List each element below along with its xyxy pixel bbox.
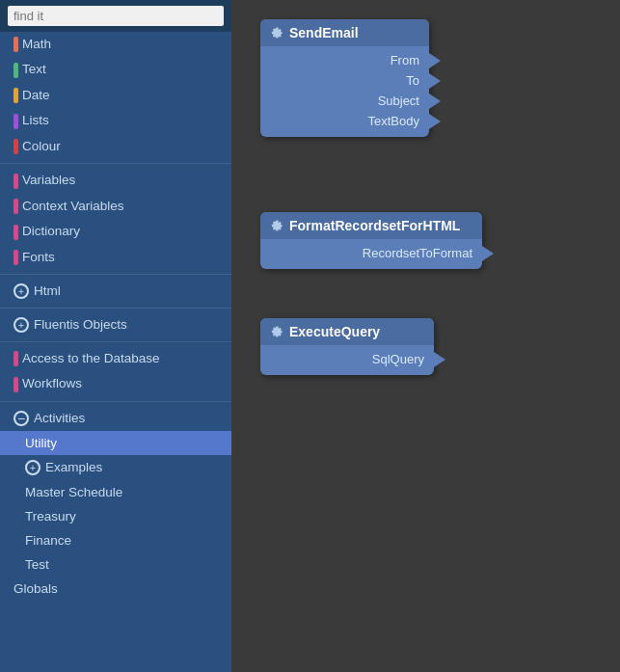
sidebar-item-treasury-label: Treasury xyxy=(25,509,76,524)
access-db-color-bar xyxy=(13,351,18,366)
node-send-email-header: SendEmail xyxy=(260,19,429,46)
sidebar-scroll: Math Text Date Lists Colour Variables Co… xyxy=(0,32,231,672)
sidebar-item-variables[interactable]: Variables xyxy=(0,168,231,193)
context-variables-color-bar xyxy=(13,199,18,214)
port-from-label: From xyxy=(391,53,419,67)
port-textbody-label: TextBody xyxy=(368,114,419,128)
text-color-bar xyxy=(13,63,18,78)
sidebar-item-test-label: Test xyxy=(25,557,49,572)
sidebar-item-activities-label: Activities xyxy=(34,411,85,425)
port-from: From xyxy=(260,50,429,70)
sidebar-item-lists[interactable]: Lists xyxy=(0,108,231,133)
colour-color-bar xyxy=(13,139,18,154)
node-send-email-title: SendEmail xyxy=(289,25,359,40)
node-send-email-body: From To Subject TextBody xyxy=(260,46,429,137)
port-to-label: To xyxy=(406,73,419,88)
sidebar-item-test[interactable]: Test xyxy=(0,552,231,577)
variables-color-bar xyxy=(13,174,18,189)
port-sql-query: SqlQuery xyxy=(260,349,434,369)
sidebar-item-date[interactable]: Date xyxy=(0,83,231,108)
sidebar-item-html[interactable]: + Html xyxy=(0,279,231,304)
node-execute-query-header: ExecuteQuery xyxy=(260,318,434,345)
plus-icon-html: + xyxy=(13,283,29,299)
node-execute-query-title: ExecuteQuery xyxy=(289,324,380,339)
gear-icon-execute-query xyxy=(268,324,283,339)
divider-1 xyxy=(0,163,231,164)
gear-icon-send-email xyxy=(268,25,283,40)
node-format-recordset-title: FormatRecordsetForHTML xyxy=(289,218,460,233)
sidebar-item-globals-label: Globals xyxy=(13,581,58,596)
sidebar-item-fluentis-label: Fluentis Objects xyxy=(34,317,127,332)
port-sql-query-label: SqlQuery xyxy=(372,352,424,366)
math-color-bar xyxy=(13,37,18,52)
port-from-arrow xyxy=(429,53,441,68)
port-to: To xyxy=(260,70,429,91)
divider-2 xyxy=(0,274,231,275)
plus-icon-fluentis: + xyxy=(13,317,29,333)
node-format-recordset: FormatRecordsetForHTML RecordsetToFormat xyxy=(260,212,482,269)
sidebar-item-master-schedule[interactable]: Master Schedule xyxy=(0,480,231,504)
divider-4 xyxy=(0,341,231,342)
sidebar-item-examples[interactable]: + Examples xyxy=(0,455,231,480)
port-recordset-to-format-arrow xyxy=(482,246,494,261)
sidebar-item-workflows[interactable]: Workflows xyxy=(0,371,231,396)
sidebar-item-fonts[interactable]: Fonts xyxy=(0,245,231,270)
port-subject-label: Subject xyxy=(378,94,419,108)
dictionary-color-bar xyxy=(13,225,18,240)
port-subject: Subject xyxy=(260,91,429,111)
sidebar-item-html-label: Html xyxy=(34,283,61,298)
sidebar-item-text[interactable]: Text xyxy=(0,57,231,82)
sidebar-item-fluentis-objects[interactable]: + Fluentis Objects xyxy=(0,312,231,337)
plus-icon-examples: + xyxy=(25,460,40,475)
port-textbody: TextBody xyxy=(260,111,429,131)
node-send-email: SendEmail From To Subject TextBody xyxy=(260,19,429,137)
divider-5 xyxy=(0,401,231,402)
canvas: SendEmail From To Subject TextBody xyxy=(231,0,620,672)
sidebar-item-access-db[interactable]: Access to the Database xyxy=(0,346,231,371)
port-recordset-to-format-label: RecordsetToFormat xyxy=(363,246,472,260)
search-bar xyxy=(0,0,231,32)
sidebar-item-context-variables[interactable]: Context Variables xyxy=(0,194,231,219)
port-sql-query-arrow xyxy=(434,352,445,367)
minus-icon-activities: − xyxy=(13,411,29,426)
divider-3 xyxy=(0,308,231,309)
port-textbody-arrow xyxy=(429,114,441,129)
sidebar-item-examples-label: Examples xyxy=(45,460,102,474)
lists-color-bar xyxy=(13,114,18,129)
sidebar-item-math[interactable]: Math xyxy=(0,32,231,57)
node-execute-query-body: SqlQuery xyxy=(260,345,434,375)
sidebar-item-finance[interactable]: Finance xyxy=(0,528,231,552)
sidebar-item-treasury[interactable]: Treasury xyxy=(0,504,231,528)
sidebar-item-master-schedule-label: Master Schedule xyxy=(25,485,122,499)
gear-icon-format-recordset xyxy=(268,218,283,233)
sidebar-item-utility[interactable]: Utility xyxy=(0,431,231,455)
node-format-recordset-header: FormatRecordsetForHTML xyxy=(260,212,482,239)
port-to-arrow xyxy=(429,73,441,89)
sidebar: Math Text Date Lists Colour Variables Co… xyxy=(0,0,231,672)
port-subject-arrow xyxy=(429,94,441,109)
node-format-recordset-body: RecordsetToFormat xyxy=(260,239,482,269)
search-input[interactable] xyxy=(8,6,224,26)
sidebar-item-dictionary[interactable]: Dictionary xyxy=(0,219,231,244)
sidebar-item-activities[interactable]: − Activities xyxy=(0,406,231,431)
node-execute-query: ExecuteQuery SqlQuery xyxy=(260,318,434,375)
workflows-color-bar xyxy=(13,377,18,392)
sidebar-item-globals[interactable]: Globals xyxy=(0,577,231,601)
port-recordset-to-format: RecordsetToFormat xyxy=(260,243,482,263)
date-color-bar xyxy=(13,88,18,103)
sidebar-item-finance-label: Finance xyxy=(25,533,71,548)
sidebar-item-colour[interactable]: Colour xyxy=(0,134,231,159)
sidebar-item-utility-label: Utility xyxy=(25,436,57,450)
fonts-color-bar xyxy=(13,250,18,265)
